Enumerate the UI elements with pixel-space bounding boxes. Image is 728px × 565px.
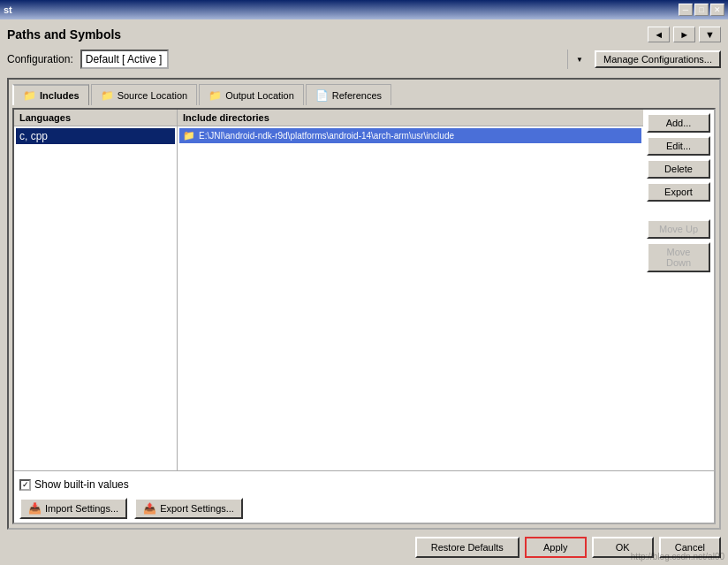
close-button[interactable]: ✕ xyxy=(710,4,724,16)
show-builtin-checkbox[interactable]: ✓ xyxy=(19,479,31,491)
nav-arrows: ◄ ► ▼ xyxy=(648,27,721,42)
content-area: Languages c, cpp Include directories � xyxy=(14,110,643,470)
tab-output-location-label: Output Location xyxy=(225,90,294,101)
nav-forward-button[interactable]: ► xyxy=(673,27,695,42)
import-settings-button[interactable]: 📥 Import Settings... xyxy=(19,498,127,519)
watermark: http://blog.csdn.net/al00 xyxy=(631,552,724,561)
include-path: E:\JNI\android-ndk-r9d\platforms\android… xyxy=(199,131,454,141)
includes-panel: Include directories 📁 E:\JNI\android-ndk… xyxy=(178,110,643,470)
tab-output-location[interactable]: 📁 Output Location xyxy=(199,84,304,105)
tab-references[interactable]: 📄 References xyxy=(306,84,391,105)
nav-menu-button[interactable]: ▼ xyxy=(699,27,721,42)
move-up-button[interactable]: Move Up xyxy=(647,219,710,239)
settings-row: 📥 Import Settings... 📤 Export Settings..… xyxy=(14,494,714,523)
config-label: Configuration: xyxy=(7,53,73,65)
main-panel: 📁 Includes 📁 Source Location 📁 Output Lo… xyxy=(7,78,721,530)
export-icon: 📤 xyxy=(143,502,156,515)
import-settings-label: Import Settings... xyxy=(45,503,118,514)
config-select[interactable]: Default [ Active ] xyxy=(80,50,169,69)
import-icon: 📥 xyxy=(28,502,42,515)
includes-header: Include directories xyxy=(178,110,643,126)
config-select-wrapper: Default [ Active ] xyxy=(80,50,588,69)
dialog-buttons: Restore Defaults Apply OK Cancel xyxy=(7,537,721,558)
includes-tab-icon: 📁 xyxy=(23,89,36,102)
export-settings-button[interactable]: 📤 Export Settings... xyxy=(134,498,243,519)
source-location-tab-icon: 📁 xyxy=(101,89,114,102)
restore-defaults-button[interactable]: Restore Defaults xyxy=(415,537,519,558)
language-item-label: c, cpp xyxy=(19,130,48,142)
tab-includes[interactable]: 📁 Includes xyxy=(12,84,89,105)
references-tab-icon: 📄 xyxy=(315,89,329,102)
tab-content-includes: Languages c, cpp Include directories � xyxy=(12,108,716,524)
export-settings-label: Export Settings... xyxy=(160,503,234,514)
add-button[interactable]: Add... xyxy=(647,113,710,133)
show-builtin-label: Show built-in values xyxy=(34,478,129,491)
title-bar-text: st xyxy=(4,4,12,15)
tab-references-label: References xyxy=(332,90,382,101)
nav-back-button[interactable]: ◄ xyxy=(648,27,670,42)
tabs: 📁 Includes 📁 Source Location 📁 Output Lo… xyxy=(12,83,716,104)
languages-list: c, cpp xyxy=(14,126,177,470)
maximize-button[interactable]: □ xyxy=(694,4,709,16)
page-title: Paths and Symbols xyxy=(7,27,121,42)
side-buttons: Add... Edit... Delete Export Move Up Mov… xyxy=(643,110,714,470)
apply-button[interactable]: Apply xyxy=(525,537,587,558)
tab-source-location-label: Source Location xyxy=(118,90,188,101)
minimize-button[interactable]: ─ xyxy=(679,4,693,16)
list-item[interactable]: 📁 E:\JNI\android-ndk-r9d\platforms\andro… xyxy=(179,128,641,143)
output-location-tab-icon: 📁 xyxy=(209,89,222,102)
move-down-button[interactable]: Move Down xyxy=(647,242,710,272)
window-body: Paths and Symbols ◄ ► ▼ Configuration: D… xyxy=(0,19,728,565)
tab-includes-label: Includes xyxy=(40,90,80,101)
tab-source-location[interactable]: 📁 Source Location xyxy=(91,84,198,105)
folder-icon: 📁 xyxy=(183,130,195,141)
manage-configurations-button[interactable]: Manage Configurations... xyxy=(595,50,721,68)
window-header: Paths and Symbols ◄ ► ▼ xyxy=(7,27,721,42)
edit-button[interactable]: Edit... xyxy=(647,136,710,156)
languages-header: Languages xyxy=(14,110,177,126)
show-builtin-row: ✓ Show built-in values xyxy=(14,475,714,494)
bottom-section: ✓ Show built-in values 📥 Import Settings… xyxy=(14,470,714,523)
title-bar: st ─ □ ✕ xyxy=(0,0,728,19)
delete-button[interactable]: Delete xyxy=(647,159,710,179)
export-button[interactable]: Export xyxy=(647,182,710,202)
languages-panel: Languages c, cpp xyxy=(14,110,178,470)
includes-list: 📁 E:\JNI\android-ndk-r9d\platforms\andro… xyxy=(178,126,643,470)
config-row: Configuration: Default [ Active ] Manage… xyxy=(7,50,721,69)
title-bar-buttons: ─ □ ✕ xyxy=(679,4,724,16)
list-item[interactable]: c, cpp xyxy=(16,128,175,144)
